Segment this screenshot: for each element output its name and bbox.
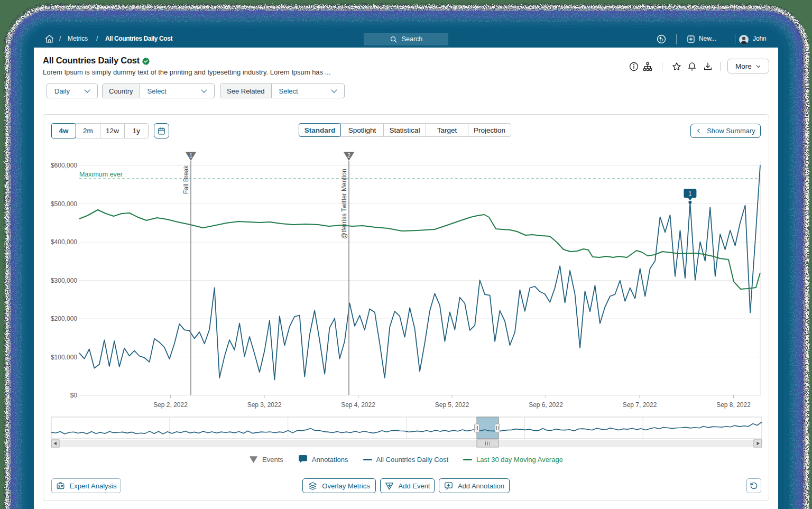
svg-text:2: 2 xyxy=(347,152,350,159)
svg-text:$100,000: $100,000 xyxy=(51,354,77,361)
svg-text:1: 1 xyxy=(688,190,691,197)
svg-text:Maximum ever: Maximum ever xyxy=(79,171,123,178)
svg-text:Sep 2, 2022: Sep 2, 2022 xyxy=(153,401,188,409)
svg-text:$300,000: $300,000 xyxy=(51,277,77,284)
svg-text:$600,000: $600,000 xyxy=(51,162,77,169)
svg-text:$200,000: $200,000 xyxy=(51,315,77,322)
svg-text:Sep 7, 2022: Sep 7, 2022 xyxy=(623,401,657,409)
svg-text:$0: $0 xyxy=(70,392,78,399)
svg-text:Sep 4, 2022: Sep 4, 2022 xyxy=(341,401,375,409)
svg-text:Sep 5, 2022: Sep 5, 2022 xyxy=(435,401,469,409)
svg-text:$500,000: $500,000 xyxy=(51,200,77,208)
svg-text:$400,000: $400,000 xyxy=(51,238,77,246)
svg-text:Sep 3, 2022: Sep 3, 2022 xyxy=(247,401,282,409)
svg-text:@tferriss Twitter Mention: @tferriss Twitter Mention xyxy=(340,169,348,239)
svg-text:1: 1 xyxy=(189,152,192,159)
svg-text:Sep 8, 2022: Sep 8, 2022 xyxy=(716,401,751,409)
svg-text:Fall Break: Fall Break xyxy=(182,165,190,194)
svg-text:Sep 6, 2022: Sep 6, 2022 xyxy=(529,401,563,409)
